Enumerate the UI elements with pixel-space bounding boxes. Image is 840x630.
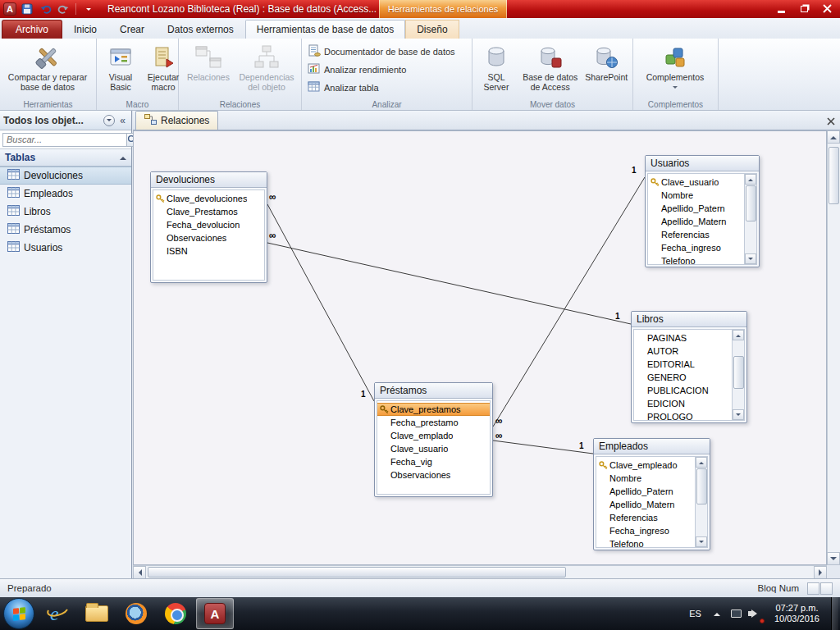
- tab-datos-externos[interactable]: Datos externos: [156, 20, 245, 39]
- relationship-line[interactable]: [493, 177, 645, 427]
- taskbar-firefox[interactable]: [117, 598, 155, 629]
- taskbar-chrome[interactable]: [157, 598, 194, 629]
- tab-crear[interactable]: Crear: [108, 20, 156, 39]
- relationship-line[interactable]: [267, 243, 631, 324]
- scroll-down-button[interactable]: [745, 253, 756, 264]
- table-empleados[interactable]: Empleados Clave_empleado Nombre Apellido…: [593, 438, 710, 550]
- scroll-right-button[interactable]: [814, 566, 827, 579]
- relationships-canvas[interactable]: ∞ 1 ∞ 1 ∞ 1 ∞ 1 Devoluciones Clave_devol…: [133, 130, 827, 565]
- field-row-selected[interactable]: Clave_prestamos: [377, 403, 490, 416]
- field-row[interactable]: Fecha_vig: [377, 455, 490, 468]
- table-scrollbar[interactable]: [695, 457, 707, 547]
- nav-section-tablas[interactable]: Tablas: [0, 149, 131, 167]
- view-toggle-button[interactable]: [807, 582, 819, 595]
- table-header[interactable]: Devoluciones: [151, 172, 267, 188]
- field-row[interactable]: ISBN: [153, 244, 264, 258]
- scroll-thumb[interactable]: [733, 356, 744, 389]
- table-usuarios[interactable]: Usuarios Clave_usuario Nombre Apellido_P…: [645, 155, 760, 267]
- analizar-rendimiento-button[interactable]: Analizar rendimiento: [304, 61, 459, 78]
- sharepoint-button[interactable]: SharePoint: [582, 41, 630, 98]
- base-de-datos-access-button[interactable]: Base de datos de Access: [518, 41, 582, 98]
- field-row[interactable]: Clave_empleado: [596, 459, 695, 472]
- field-row[interactable]: Fecha_ingreso: [648, 241, 744, 254]
- dependencias-del-objeto-button[interactable]: Dependencias del objeto: [235, 41, 298, 98]
- horizontal-scrollbar[interactable]: [133, 565, 827, 578]
- start-button[interactable]: [3, 598, 34, 629]
- field-row[interactable]: Nombre: [648, 189, 744, 202]
- qat-customize-button[interactable]: [81, 2, 96, 16]
- field-row[interactable]: AUTOR: [634, 345, 732, 358]
- field-row[interactable]: Referencias: [596, 511, 695, 524]
- field-row[interactable]: Telefono: [648, 254, 744, 264]
- network-icon[interactable]: [730, 607, 743, 620]
- close-document-button[interactable]: [822, 113, 840, 130]
- field-row[interactable]: EDITORIAL: [634, 358, 732, 371]
- document-tab-relaciones[interactable]: Relaciones: [135, 111, 218, 130]
- visual-basic-button[interactable]: Visual Basic: [99, 41, 142, 98]
- field-row[interactable]: Observaciones: [377, 468, 490, 482]
- field-row[interactable]: Apellido_Patern: [648, 202, 744, 215]
- taskbar-clock[interactable]: 07:27 p.m. 10/03/2016: [769, 603, 824, 624]
- compactar-y-reparar-button[interactable]: Compactar y reparar base de datos: [2, 41, 93, 98]
- table-prestamos[interactable]: Préstamos Clave_prestamos Fecha_prestamo…: [374, 382, 493, 497]
- scroll-left-button[interactable]: [133, 566, 146, 579]
- relaciones-button[interactable]: Relaciones: [181, 41, 235, 98]
- field-row[interactable]: Clave_usuario: [648, 176, 744, 189]
- tab-diseno[interactable]: Diseño: [405, 20, 459, 39]
- scroll-up-button[interactable]: [745, 174, 756, 185]
- field-row[interactable]: Fecha_ingreso: [596, 524, 695, 537]
- scroll-thumb[interactable]: [829, 147, 839, 204]
- scroll-up-button[interactable]: [733, 330, 744, 340]
- nav-item-empleados[interactable]: Empleados: [0, 185, 131, 203]
- table-header[interactable]: Empleados: [594, 439, 710, 454]
- field-row[interactable]: Apellido_Matern: [596, 498, 695, 511]
- field-row[interactable]: Fecha_prestamo: [377, 416, 490, 429]
- nav-item-prestamos[interactable]: Préstamos: [0, 221, 131, 239]
- field-row[interactable]: EDICION: [634, 397, 732, 410]
- taskbar-internet-explorer[interactable]: e: [39, 598, 76, 629]
- scroll-down-button[interactable]: [827, 552, 840, 565]
- nav-pane-menu-button[interactable]: [103, 115, 115, 126]
- scroll-down-button[interactable]: [733, 409, 744, 420]
- field-row[interactable]: Clave_emplado: [377, 429, 490, 442]
- field-row[interactable]: Clave_Prestamos: [153, 205, 264, 218]
- close-button[interactable]: [819, 2, 835, 15]
- field-row[interactable]: Nombre: [596, 472, 695, 485]
- table-header[interactable]: Libros: [632, 312, 746, 327]
- table-header[interactable]: Préstamos: [375, 383, 492, 399]
- field-row[interactable]: Fecha_devolucion: [153, 218, 264, 231]
- table-scrollbar[interactable]: [744, 174, 756, 264]
- scroll-up-button[interactable]: [696, 457, 707, 468]
- undo-button[interactable]: [38, 2, 52, 16]
- tab-archivo[interactable]: Archivo: [2, 20, 62, 39]
- field-row[interactable]: Apellido_Patern: [596, 485, 695, 498]
- search-input[interactable]: [2, 133, 127, 147]
- volume-icon[interactable]: [750, 607, 763, 620]
- field-row[interactable]: Apellido_Matern: [648, 215, 744, 228]
- minimize-button[interactable]: [773, 2, 789, 15]
- scroll-thumb[interactable]: [148, 567, 566, 578]
- nav-item-libros[interactable]: Libros: [0, 203, 131, 221]
- relationship-line[interactable]: [267, 204, 374, 401]
- scroll-thumb[interactable]: [696, 468, 707, 504]
- relationship-line[interactable]: [493, 441, 593, 454]
- tab-herramientas-de-base-de-datos[interactable]: Herramientas de base de datos: [245, 20, 405, 39]
- access-app-icon[interactable]: A: [3, 2, 16, 16]
- nav-pane-header[interactable]: Todos los objet... «: [0, 111, 131, 130]
- save-button[interactable]: [20, 2, 34, 16]
- field-row[interactable]: Telefono: [596, 537, 695, 547]
- scroll-thumb[interactable]: [746, 185, 756, 221]
- field-row[interactable]: PUBLICACION: [634, 384, 732, 397]
- show-hidden-icons-button[interactable]: [710, 607, 724, 620]
- field-row[interactable]: PROLOGO: [634, 410, 732, 420]
- field-row[interactable]: Referencias: [648, 228, 744, 241]
- scroll-up-button[interactable]: [827, 130, 840, 144]
- show-desktop-button[interactable]: [831, 597, 838, 630]
- tab-inicio[interactable]: Inicio: [62, 20, 108, 39]
- shutter-bar-close-button[interactable]: «: [117, 115, 128, 126]
- table-header[interactable]: Usuarios: [646, 156, 759, 171]
- field-row[interactable]: PAGINAS: [634, 331, 732, 345]
- taskbar-access-active[interactable]: A: [196, 598, 234, 629]
- field-row[interactable]: Clave_usuario: [377, 442, 490, 455]
- table-devoluciones[interactable]: Devoluciones Clave_devoluciones Clave_Pr…: [150, 171, 267, 283]
